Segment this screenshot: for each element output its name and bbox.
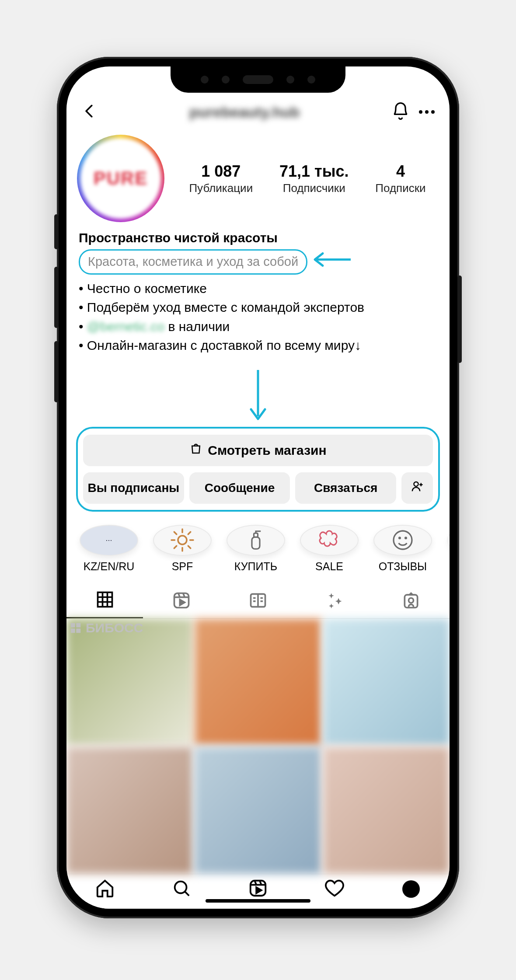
svg-marker-47 (256, 887, 261, 893)
profile-tabs (66, 584, 450, 619)
side-button (54, 341, 59, 402)
tab-tagged[interactable] (373, 584, 450, 618)
svg-line-10 (174, 532, 177, 534)
stat-posts[interactable]: 1 087 Публикации (189, 162, 253, 195)
highlight-label: SALE (315, 560, 343, 573)
highlight-item[interactable] (443, 525, 450, 573)
sparkle-icon (325, 591, 344, 612)
bottle-icon (227, 525, 285, 556)
highlight-item[interactable]: SALE (296, 525, 362, 573)
reels-icon (248, 878, 268, 900)
guides-icon (248, 591, 268, 612)
svg-line-13 (188, 532, 191, 534)
highlight-item[interactable]: SPF (150, 525, 215, 573)
nav-home[interactable] (94, 878, 116, 900)
sun-icon (153, 525, 212, 556)
svg-point-2 (414, 482, 418, 486)
side-button (54, 214, 59, 249)
tagged-icon (401, 591, 421, 612)
smile-icon (373, 525, 432, 556)
tab-effects[interactable] (296, 584, 373, 618)
svg-line-42 (185, 892, 189, 896)
screen: purebeauty.hub PURE 1 087 Публикации (66, 66, 450, 909)
stat-followers[interactable]: 71,1 тыс. Подписчики (279, 162, 349, 195)
stat-following-label: Подписки (375, 181, 425, 195)
bio-title: Пространство чистой красоты (79, 228, 437, 248)
highlight-label: SPF (172, 560, 193, 573)
view-shop-label: Смотреть магазин (208, 443, 326, 458)
tab-guides[interactable] (220, 584, 296, 618)
highlight-label: КУПИТЬ (234, 560, 277, 573)
notifications-button[interactable] (391, 101, 410, 122)
stat-posts-label: Публикации (189, 181, 253, 195)
svg-rect-15 (254, 533, 258, 537)
nav-activity[interactable] (324, 878, 345, 900)
bio-mention[interactable]: @bernetic.co (87, 319, 164, 334)
profile-header: purebeauty.hub (66, 97, 450, 125)
search-icon (171, 878, 192, 900)
following-button[interactable]: Вы подписаны (83, 472, 184, 504)
avatar: PURE (80, 138, 161, 219)
profile-summary: PURE 1 087 Публикации 71,1 тыс. Подписчи… (66, 125, 450, 227)
bio-category-text: Красота, косметика и уход за собой (88, 255, 298, 269)
post-thumbnail[interactable] (195, 619, 321, 745)
more-options-button[interactable] (419, 110, 435, 114)
svg-point-41 (174, 882, 186, 893)
highlight-item[interactable]: ОТЗЫВЫ (370, 525, 436, 573)
profile-bio: Пространство чистой красоты Красота, кос… (66, 227, 450, 355)
add-user-icon (411, 480, 424, 496)
home-indicator[interactable] (206, 899, 310, 903)
profile-actions: Смотреть магазин Вы подписаны Сообщение … (76, 427, 440, 512)
stat-following-value: 4 (375, 162, 425, 181)
message-button[interactable]: Сообщение (189, 472, 290, 504)
stat-followers-label: Подписчики (279, 181, 349, 195)
svg-line-12 (174, 546, 177, 548)
bio-line: Подберём уход вместе с командой эксперто… (79, 298, 437, 317)
post-thumbnail[interactable] (66, 747, 193, 873)
annotation-arrow-left-icon (312, 251, 352, 273)
svg-marker-28 (180, 600, 185, 605)
stat-following[interactable]: 4 Подписки (375, 162, 425, 195)
highlight-item[interactable]: ··· KZ/EN/RU (76, 525, 142, 573)
highlights-row[interactable]: ··· KZ/EN/RU SPF КУПИТЬ (66, 512, 450, 581)
svg-rect-19 (98, 593, 112, 607)
side-button (54, 267, 59, 328)
post-thumbnail[interactable] (323, 619, 450, 745)
highlight-more-icon (447, 525, 450, 556)
bottom-nav (66, 874, 450, 909)
highlight-item[interactable]: КУПИТЬ (223, 525, 289, 573)
shopping-bag-icon (189, 442, 202, 458)
tab-reels[interactable] (143, 584, 220, 618)
nav-profile[interactable] (400, 878, 422, 900)
story-ring[interactable]: PURE (77, 135, 164, 222)
grid-icon (95, 590, 115, 611)
home-icon (95, 878, 115, 900)
posts-grid-wrap: БИБОСС (66, 619, 450, 874)
view-shop-button[interactable]: Смотреть магазин (83, 435, 433, 466)
notch (171, 66, 345, 93)
suggest-users-button[interactable] (401, 472, 433, 504)
svg-point-36 (409, 598, 414, 603)
stat-posts-value: 1 087 (189, 162, 253, 181)
tab-grid[interactable] (66, 584, 143, 618)
post-thumbnail[interactable] (66, 619, 193, 745)
side-button (457, 276, 462, 363)
svg-rect-14 (252, 537, 260, 549)
post-thumbnail[interactable] (323, 747, 450, 873)
nav-search[interactable] (171, 878, 192, 900)
back-button[interactable] (81, 103, 98, 121)
svg-point-5 (178, 536, 187, 544)
heart-icon (324, 878, 345, 900)
svg-line-11 (188, 546, 191, 548)
phone-frame: purebeauty.hub PURE 1 087 Публикации (57, 57, 459, 918)
doc-icon: ··· (80, 525, 138, 556)
highlight-label: KZ/EN/RU (84, 560, 135, 573)
svg-rect-35 (405, 595, 418, 607)
bio-category: Красота, косметика и уход за собой (79, 249, 307, 275)
posts-grid[interactable] (66, 619, 450, 874)
post-thumbnail[interactable] (195, 747, 321, 873)
svg-point-16 (394, 531, 412, 549)
bio-line: Онлайн-магазин с доставкой по всему миру… (79, 336, 437, 355)
contact-button[interactable]: Связаться (295, 472, 396, 504)
nav-reels[interactable] (247, 878, 269, 900)
